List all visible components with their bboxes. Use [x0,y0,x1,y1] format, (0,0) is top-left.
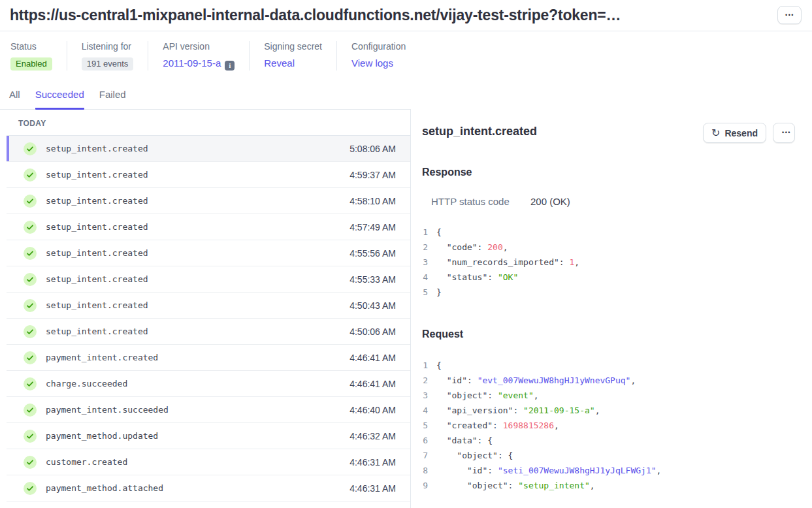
code-line: 3 "num_records_imported": 1, [422,255,795,270]
event-row[interactable]: setup_intent.created5:08:06 AM [7,136,410,162]
code-text: "num_records_imported": 1, [436,255,579,270]
code-text: { [436,358,442,373]
event-name: setup_intent.created [46,300,148,310]
request-heading: Request [422,328,795,340]
code-text: "data": { [436,433,493,448]
detail-actions: ↻ Resend ••• [703,123,795,143]
tab-all[interactable]: All [9,89,20,110]
success-check-icon [24,482,37,495]
event-row[interactable]: setup_intent.created4:55:33 AM [7,266,410,293]
line-number: 3 [422,388,428,403]
detail-more-button[interactable]: ••• [773,123,795,143]
line-number: 6 [422,433,428,448]
meta-configuration: Configuration View logs [336,41,420,71]
code-line: 2 "code": 200, [422,240,795,255]
event-name: setup_intent.created [46,222,148,232]
http-status-row: HTTP status code 200 (OK) [422,196,795,207]
event-row[interactable]: payment_method.updated4:46:32 AM [7,423,410,449]
code-line: 9 "object": "setup_intent", [422,478,795,493]
event-time: 4:46:31 AM [349,457,396,468]
event-rows: setup_intent.created5:08:06 AMsetup_inte… [7,136,410,501]
event-row[interactable]: payment_intent.succeeded4:46:40 AM [7,397,410,423]
view-logs-link[interactable]: View logs [351,57,393,69]
resend-button-label: Resend [724,128,758,138]
event-row[interactable]: setup_intent.created4:50:06 AM [7,319,410,345]
event-name: payment_method.attached [46,483,163,493]
tab-succeeded[interactable]: Succeeded [35,89,84,110]
event-time: 4:55:56 AM [349,248,396,259]
code-line: 7 "object": { [422,448,795,463]
event-row[interactable]: payment_intent.created4:46:41 AM [7,345,410,371]
success-check-icon [24,247,37,260]
line-number: 2 [422,240,428,255]
response-heading: Response [422,167,795,178]
code-line: 1{ [422,358,795,373]
event-time: 4:50:43 AM [349,300,396,311]
ellipsis-icon: ••• [781,130,791,136]
meta-label: Listening for [82,41,134,52]
event-name: charge.succeeded [46,379,127,389]
success-check-icon [24,221,37,234]
event-time: 4:59:37 AM [349,170,396,180]
meta-label: Configuration [351,41,406,52]
event-time: 4:46:32 AM [349,431,396,441]
event-count-badge: 191 events [82,57,134,71]
event-time: 4:58:10 AM [349,196,396,206]
event-row[interactable]: setup_intent.created4:58:10 AM [7,188,410,214]
reveal-secret-link[interactable]: Reveal [264,57,295,69]
code-text: } [436,285,442,300]
event-row[interactable]: customer.created4:46:31 AM [7,449,410,475]
event-name: payment_method.updated [46,431,158,441]
event-name: setup_intent.created [46,274,148,284]
content-split: TODAY setup_intent.created5:08:06 AMsetu… [0,110,812,508]
webhook-endpoint-page: https://us-central1-mixpanel-internal-da… [0,0,812,508]
detail-header: setup_intent.created ↻ Resend ••• [422,123,795,143]
event-row[interactable]: setup_intent.created4:59:37 AM [7,162,410,188]
date-section-label: TODAY [7,110,410,136]
meta-signing-secret: Signing secret Reveal [249,41,336,71]
header-more-button[interactable]: ••• [777,6,802,24]
success-check-icon [24,456,37,469]
event-row[interactable]: payment_method.attached4:46:31 AM [7,475,410,501]
resend-button[interactable]: ↻ Resend [703,123,766,143]
info-icon[interactable]: i [225,61,235,71]
code-line: 5 "created": 1698815286, [422,418,795,433]
event-detail-panel: setup_intent.created ↻ Resend ••• Respon… [411,110,812,508]
event-row[interactable]: charge.succeeded4:46:41 AM [7,371,410,397]
meta-listening-for: Listening for 191 events [67,41,148,71]
event-row[interactable]: setup_intent.created4:57:49 AM [7,214,410,240]
event-row[interactable]: setup_intent.created4:55:56 AM [7,240,410,266]
event-time: 4:50:06 AM [349,326,396,337]
event-name: payment_intent.succeeded [46,405,169,415]
event-name: customer.created [46,457,127,467]
event-name: setup_intent.created [46,170,148,180]
event-time: 4:46:40 AM [349,405,396,415]
code-line: 5} [422,285,795,300]
meta-label: API version [163,41,235,52]
success-check-icon [24,142,37,155]
line-number: 7 [422,448,428,463]
line-number: 2 [422,373,428,388]
meta-label: Status [10,41,52,52]
code-text: { [436,225,442,240]
response-code-block: 1{2 "code": 200,3 "num_records_imported"… [422,225,795,300]
code-text: "object": "setup_intent", [436,478,595,493]
http-status-value: 200 (OK) [530,196,570,207]
event-time: 5:08:06 AM [349,144,396,154]
tab-failed[interactable]: Failed [99,89,126,110]
api-version-link[interactable]: 2011-09-15-a [163,57,221,69]
line-number: 1 [422,358,428,373]
code-line: 8 "id": "seti_007WewuJW8hgHJ1yJqLFWGj1", [422,463,795,478]
code-text: "id": "evt_007WewuJW8hgHJ1yWnevGPuq", [436,373,636,388]
event-name: setup_intent.created [46,248,148,258]
event-filter-tabs: All Succeeded Failed [0,81,411,110]
event-row[interactable]: setup_intent.created4:50:43 AM [7,293,410,319]
event-name: setup_intent.created [46,196,148,206]
code-line: 6 "data": { [422,433,795,448]
event-time: 4:57:49 AM [349,222,396,232]
code-line: 4 "status": "OK" [422,270,795,285]
endpoint-meta-row: Status Enabled Listening for 191 events … [0,31,812,81]
status-badge: Enabled [10,57,52,71]
resend-icon: ↻ [711,128,720,138]
success-check-icon [24,325,37,338]
